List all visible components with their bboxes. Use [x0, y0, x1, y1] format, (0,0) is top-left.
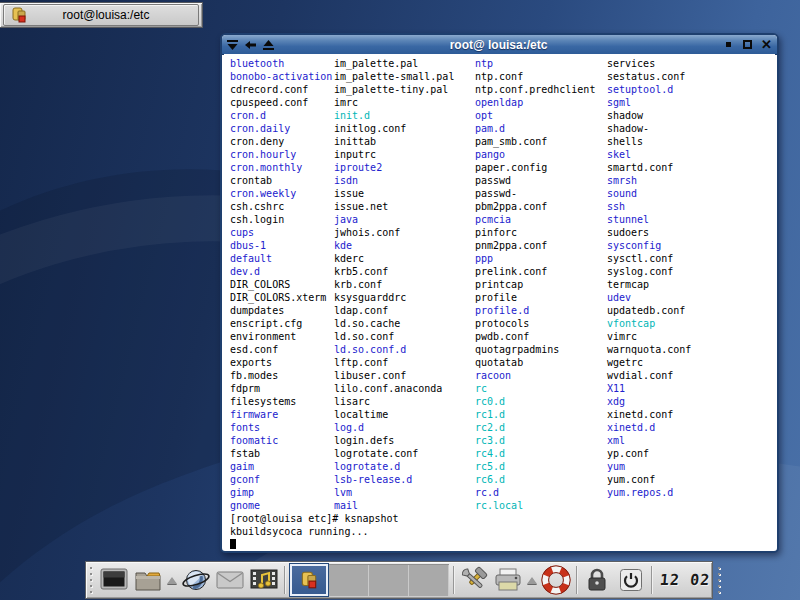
taskbar-task-button[interactable]: root@louisa:/etc: [3, 4, 199, 26]
file-entry: iproute2: [334, 161, 454, 174]
file-entry: gconf: [230, 473, 332, 486]
window-sticky-button[interactable]: [243, 37, 258, 52]
file-entry: rc.d: [475, 486, 595, 499]
file-entry: jwhois.conf: [334, 226, 454, 239]
web-browser-button[interactable]: [180, 564, 212, 596]
file-entry: paper.config: [475, 161, 595, 174]
utilities-button[interactable]: [458, 564, 490, 596]
show-desktop-button[interactable]: [98, 564, 130, 596]
file-entry: pam_smb.conf: [475, 135, 595, 148]
file-entry: dbus-1: [230, 239, 332, 252]
file-entry: wvdial.conf: [607, 369, 691, 382]
file-entry: rc6.d: [475, 473, 595, 486]
file-entry: sgml: [607, 96, 691, 109]
file-entry: profile.d: [475, 304, 595, 317]
file-entry: gnome: [230, 499, 332, 512]
file-entry: protocols: [475, 317, 595, 330]
file-entry: bonobo-activation: [230, 70, 332, 83]
window-titlebar[interactable]: root@ louisa:/etc ✕: [222, 35, 777, 55]
file-entry: mail: [334, 499, 454, 512]
file-entry: csh.cshrc: [230, 200, 332, 213]
file-entry: xml: [607, 434, 691, 447]
file-entry: kderc: [334, 252, 454, 265]
file-entry: libuser.conf: [334, 369, 454, 382]
file-entry: inputrc: [334, 148, 454, 161]
file-entry: rc.local: [475, 499, 595, 512]
taskbar-applet: [289, 563, 449, 597]
file-entry: issue: [334, 187, 454, 200]
print-button[interactable]: [492, 564, 524, 596]
file-entry: services: [607, 57, 691, 70]
printer-icon: [494, 567, 522, 593]
tools-icon: [459, 566, 489, 594]
file-entry: rc1.d: [475, 408, 595, 421]
file-entry: smartd.conf: [607, 161, 691, 174]
top-taskbar-panel: root@louisa:/etc: [0, 2, 203, 28]
file-entry: exports: [230, 356, 332, 369]
file-entry: yum.conf: [607, 473, 691, 486]
window-shade-button[interactable]: [261, 37, 276, 52]
panel-clock[interactable]: 12 02: [655, 571, 715, 589]
panel-handle-left[interactable]: [88, 565, 96, 595]
file-entry: firmware: [230, 408, 332, 421]
file-entry: skel: [607, 148, 691, 161]
file-entry: esd.conf: [230, 343, 332, 356]
file-column-1: bluetoothbonobo-activationcdrecord.confc…: [230, 57, 332, 512]
file-entry: cron.weekly: [230, 187, 332, 200]
home-folder-button[interactable]: [132, 564, 164, 596]
panel-handle-right[interactable]: [716, 565, 724, 595]
file-entry: lsb-release.d: [334, 473, 454, 486]
shade-eject-icon: [263, 40, 274, 50]
file-entry: ntp.conf: [475, 70, 595, 83]
file-entry: printcap: [475, 278, 595, 291]
file-entry: log.d: [334, 421, 454, 434]
logout-button[interactable]: [615, 564, 647, 596]
envelope-icon: [216, 570, 244, 590]
file-column-4: servicessestatus.confsetuptool.dsgmlshad…: [607, 57, 691, 499]
file-entry: lilo.conf.anaconda: [334, 382, 454, 395]
file-entry: ntp: [475, 57, 595, 70]
file-entry: syslog.conf: [607, 265, 691, 278]
email-button[interactable]: [214, 564, 246, 596]
file-entry: ld.so.cache: [334, 317, 454, 330]
window-menu-button[interactable]: [225, 37, 240, 52]
file-entry: rc0.d: [475, 395, 595, 408]
file-entry: fb.modes: [230, 369, 332, 382]
close-button[interactable]: ✕: [759, 37, 774, 52]
film-music-icon: [249, 567, 279, 593]
file-entry: sysctl.conf: [607, 252, 691, 265]
file-entry: passwd-: [475, 187, 595, 200]
file-entry: rc4.d: [475, 447, 595, 460]
file-entry: gimp: [230, 486, 332, 499]
terminal-screen[interactable]: bluetoothbonobo-activationcdrecord.confc…: [224, 54, 775, 549]
file-entry: cpuspeed.conf: [230, 96, 332, 109]
multimedia-button[interactable]: [248, 564, 280, 596]
power-icon: [619, 568, 643, 592]
shell-prompt-line: [root@louisa etc]# ksnapshot: [230, 512, 399, 525]
file-entry: rc2.d: [475, 421, 595, 434]
file-entry: fstab: [230, 447, 332, 460]
taskbar-konsole-button[interactable]: [289, 563, 329, 597]
file-entry: shadow: [607, 109, 691, 122]
file-entry: stunnel: [607, 213, 691, 226]
print-menu-arrow-icon[interactable]: [527, 577, 537, 584]
file-entry: sudoers: [607, 226, 691, 239]
file-entry: opt: [475, 109, 595, 122]
minimize-button[interactable]: [721, 37, 736, 52]
file-entry: yp.conf: [607, 447, 691, 460]
file-entry: rc5.d: [475, 460, 595, 473]
help-button[interactable]: [540, 564, 572, 596]
file-entry: ld.so.conf.d: [334, 343, 454, 356]
file-entry: updatedb.conf: [607, 304, 691, 317]
file-entry: im_palette-small.pal: [334, 70, 454, 83]
lock-screen-button[interactable]: [581, 564, 613, 596]
file-entry: termcap: [607, 278, 691, 291]
window-title: root@ louisa:/etc: [276, 38, 721, 52]
file-entry: cron.d: [230, 109, 332, 122]
quickbrowser-arrow-icon[interactable]: [167, 577, 177, 584]
file-entry: cron.daily: [230, 122, 332, 135]
globe-icon: [181, 567, 211, 593]
maximize-button[interactable]: [740, 37, 755, 52]
terminal-cursor: [230, 539, 236, 549]
minimize-icon: [726, 42, 731, 47]
